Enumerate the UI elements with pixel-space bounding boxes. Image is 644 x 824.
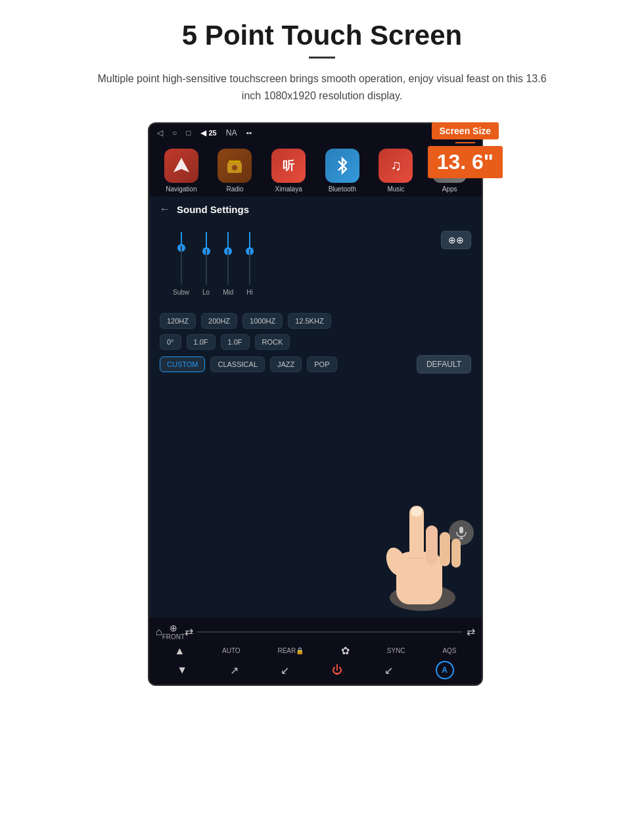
settings-title: Sound Settings — [177, 204, 249, 215]
app-bluetooth[interactable]: Bluetooth — [319, 149, 365, 193]
controls-row-1: ⌂ ⊕ FRONT ⇄ ⇄ — [156, 623, 475, 641]
frequency-row: 120HZ 200HZ 1000HZ 12.5KHZ — [160, 313, 471, 329]
classical-mode-btn[interactable]: CLASSICAL — [210, 356, 265, 372]
screen-size-value: 13. 6" — [428, 146, 503, 178]
arrow-down-left2-icon[interactable]: ↙ — [384, 664, 393, 677]
volume-number: 25 — [209, 129, 217, 137]
app-radio[interactable]: Radio — [212, 149, 258, 193]
controls-row-2: ▲ AUTO REAR🔒 ✿ SYNC AQS — [156, 644, 475, 657]
shuffle-right-icon[interactable]: ⇄ — [467, 625, 475, 638]
na-indicator: NA — [226, 128, 237, 137]
freq-200hz[interactable]: 200HZ — [201, 313, 237, 329]
svg-point-2 — [232, 165, 237, 170]
music-label: Music — [387, 185, 404, 193]
radio-label: Radio — [226, 185, 243, 193]
progress-line — [197, 631, 463, 633]
rear-lock-label[interactable]: REAR🔒 — [277, 647, 304, 654]
eject-down-icon[interactable]: ▼ — [177, 664, 187, 676]
app-ximalaya[interactable]: 听 Ximalaya — [265, 149, 311, 193]
scene-wrapper: Screen Size 13. 6" ◁ ○ □ ◀ 25 NA ▪▪ ✱ ✕ … — [148, 122, 496, 686]
rock-btn[interactable]: ROCK — [255, 334, 290, 350]
freq-1000hz[interactable]: 1000HZ — [242, 313, 283, 329]
filter-2-btn[interactable]: 1.0F — [221, 334, 250, 350]
arrow-up-right-icon[interactable]: ↗ — [230, 664, 239, 677]
svg-rect-19 — [411, 507, 422, 516]
lo-track — [206, 232, 207, 285]
ximalaya-label: Ximalaya — [275, 185, 302, 193]
custom-mode-btn[interactable]: CUSTOM — [160, 356, 205, 372]
shuffle-left-icon[interactable]: ⇄ — [185, 625, 193, 638]
freq-120hz[interactable]: 120HZ — [160, 313, 196, 329]
svg-rect-14 — [426, 525, 438, 565]
circle-a-label: A — [442, 666, 448, 675]
svg-rect-15 — [440, 532, 450, 566]
mode-row: CUSTOM CLASSICAL JAZZ POP DEFAULT — [160, 355, 471, 374]
back-icon[interactable]: ◁ — [157, 128, 163, 137]
apps-label: Apps — [442, 185, 457, 193]
front-label: FRONT — [162, 633, 185, 641]
filter-1-btn[interactable]: 1.0F — [187, 334, 216, 350]
eq-slider-lo[interactable]: Lo — [202, 232, 210, 296]
front-ctrl: ⊕ FRONT — [162, 623, 185, 641]
lo-label: Lo — [202, 289, 210, 296]
eq-sliders: Subw Lo — [160, 226, 441, 303]
settings-icon[interactable]: ✿ — [341, 644, 350, 657]
page-title: 5 Point Touch Screen — [182, 20, 462, 51]
navigation-icon — [164, 149, 198, 183]
circle-a-button[interactable]: A — [436, 661, 454, 679]
volume-control: ◀ 25 — [200, 128, 217, 137]
hand-illustration — [344, 466, 475, 618]
app-navigation[interactable]: Navigation — [158, 149, 204, 193]
status-left: ◁ ○ □ ◀ 25 NA ▪▪ — [157, 128, 252, 137]
mid-track — [227, 232, 229, 285]
svg-marker-0 — [173, 158, 189, 172]
home-ctrl-icon[interactable]: ⌂ — [156, 626, 162, 638]
ximalaya-icon: 听 — [271, 149, 306, 183]
eq-slider-mid[interactable]: Mid — [223, 232, 233, 296]
arrow-down-left-icon[interactable]: ↙ — [281, 664, 289, 677]
subw-label: Subw — [173, 289, 189, 296]
phase-btn[interactable]: 0° — [160, 334, 181, 350]
back-button[interactable]: ← — [160, 203, 170, 215]
eject-up-icon[interactable]: ▲ — [174, 645, 185, 657]
svg-rect-16 — [451, 539, 461, 568]
subtitle: Multiple point high-sensitive touchscree… — [92, 70, 552, 104]
hi-track — [249, 232, 250, 285]
music-icon: ♫ — [379, 149, 413, 183]
eq-section: Subw Lo — [160, 226, 471, 303]
title-underline — [309, 57, 335, 59]
eq-slider-subw[interactable]: Subw — [173, 232, 189, 296]
freq-12khz[interactable]: 12.5KHZ — [288, 313, 331, 329]
subw-track — [181, 232, 182, 285]
speaker-button[interactable]: ⊕⊕ — [441, 231, 471, 249]
screen-size-badge: Screen Size 13. 6" — [428, 122, 503, 178]
square-icon[interactable]: □ — [186, 128, 191, 137]
volume-icon[interactable]: ◀ — [200, 128, 206, 137]
rear-ctrl: REAR🔒 — [277, 647, 304, 654]
app-music[interactable]: ♫ Music — [373, 149, 419, 193]
pop-mode-btn[interactable]: POP — [307, 356, 336, 372]
eq-slider-hi[interactable]: Hi — [246, 232, 252, 296]
svg-rect-3 — [229, 160, 241, 162]
auto-label: AUTO — [222, 647, 241, 654]
signal-bars: ▪▪ — [246, 128, 252, 137]
power-icon[interactable]: ⏻ — [332, 664, 342, 676]
screen-size-label: Screen Size — [432, 122, 499, 139]
phone-device: ◁ ○ □ ◀ 25 NA ▪▪ ✱ ✕ 08:35 — [148, 122, 483, 686]
bluetooth-app-icon — [325, 149, 359, 183]
home-icon[interactable]: ○ — [172, 128, 177, 137]
preset-row: 0° 1.0F 1.0F ROCK — [160, 334, 471, 350]
mid-label: Mid — [223, 289, 233, 296]
jazz-mode-btn[interactable]: JAZZ — [270, 356, 302, 372]
hi-label: Hi — [246, 289, 252, 296]
aqs-label: AQS — [442, 647, 456, 654]
default-btn[interactable]: DEFAULT — [417, 355, 471, 374]
sound-settings-panel: ← Sound Settings Subw — [149, 197, 482, 460]
bottom-controls: ⌂ ⊕ FRONT ⇄ ⇄ ▲ AUTO REAR🔒 ✿ SYNC AQS — [149, 618, 482, 685]
bluetooth-label: Bluetooth — [329, 185, 356, 193]
radio-icon — [218, 149, 252, 183]
sync-label: SYNC — [387, 647, 405, 654]
navigation-label: Navigation — [166, 185, 196, 193]
settings-header: ← Sound Settings — [160, 203, 471, 215]
bottom-area — [149, 460, 482, 618]
